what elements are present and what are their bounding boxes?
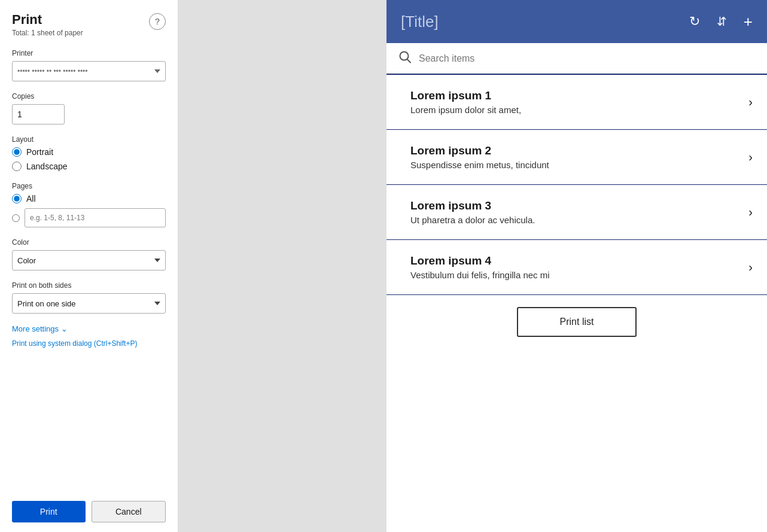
system-dialog-link[interactable]: Print using system dialog (Ctrl+Shift+P) [12, 339, 166, 348]
layout-radio-group: Portrait Landscape [12, 147, 166, 171]
list-item-text: Lorem ipsum 2 Suspendisse enim metus, ti… [410, 144, 748, 170]
print-button[interactable]: Print [12, 501, 86, 522]
print-list-button-container: Print list [386, 295, 767, 349]
pages-custom-radio[interactable] [12, 214, 20, 222]
layout-landscape-option[interactable]: Landscape [12, 162, 166, 171]
layout-landscape-label: Landscape [26, 162, 68, 171]
list-item-subtitle: Suspendisse enim metus, tincidunt [410, 160, 748, 170]
pages-all-radio[interactable] [12, 194, 22, 203]
print-footer: Print Cancel [12, 491, 166, 532]
list-item-title: Lorem ipsum 3 [410, 199, 748, 212]
print-subtitle: Total: 1 sheet of paper [12, 29, 83, 37]
list-item-title: Lorem ipsum 4 [410, 254, 748, 267]
pages-custom-input[interactable] [25, 208, 166, 227]
add-icon[interactable]: + [744, 14, 753, 29]
layout-section: Layout Portrait Landscape [12, 135, 166, 171]
list-item-text: Lorem ipsum 3 Ut pharetra a dolor ac veh… [410, 199, 748, 225]
chevron-down-icon: ⌄ [61, 324, 68, 333]
print-panel: Print Total: 1 sheet of paper ? Printer … [0, 0, 178, 532]
list-item-title: Lorem ipsum 1 [410, 89, 748, 102]
more-settings-label: More settings [12, 324, 59, 333]
print-sides-section: Print on both sides Print on one side Pr… [12, 281, 166, 314]
print-list-button[interactable]: Print list [517, 307, 637, 337]
list-item-subtitle: Vestibulum dui felis, fringilla nec mi [410, 270, 748, 280]
chevron-right-icon: › [748, 95, 753, 109]
printer-select[interactable]: ••••• ••••• •• ••• ••••• •••• [12, 61, 166, 81]
more-settings-link[interactable]: More settings ⌄ [12, 324, 166, 333]
list-item-title: Lorem ipsum 2 [410, 144, 748, 157]
copies-input[interactable] [12, 104, 65, 124]
print-title-block: Print Total: 1 sheet of paper [12, 12, 83, 37]
help-button[interactable]: ? [149, 13, 166, 30]
pages-section: Pages All [12, 182, 166, 227]
layout-portrait-radio[interactable] [12, 147, 22, 157]
list-item[interactable]: Lorem ipsum 1 Lorem ipsum dolor sit amet… [386, 75, 767, 130]
pages-all-option[interactable]: All [12, 194, 166, 203]
svg-line-1 [407, 59, 410, 62]
color-select[interactable]: Color Black and white [12, 250, 166, 270]
chevron-right-icon: › [748, 205, 753, 219]
list-item-subtitle: Ut pharetra a dolor ac vehicula. [410, 215, 748, 225]
search-input[interactable] [419, 53, 755, 64]
search-bar [386, 43, 767, 75]
pages-radio-group: All [12, 194, 166, 227]
list-item[interactable]: Lorem ipsum 2 Suspendisse enim metus, ti… [386, 130, 767, 185]
layout-portrait-label: Portrait [26, 147, 53, 157]
pages-custom-row [12, 208, 166, 227]
list-item-subtitle: Lorem ipsum dolor sit amet, [410, 105, 748, 115]
print-sides-label: Print on both sides [12, 281, 166, 290]
copies-section: Copies [12, 92, 166, 124]
color-label: Color [12, 238, 166, 247]
list-item[interactable]: Lorem ipsum 3 Ut pharetra a dolor ac veh… [386, 185, 767, 240]
layout-landscape-radio[interactable] [12, 162, 22, 171]
list-item[interactable]: Lorem ipsum 4 Vestibulum dui felis, frin… [386, 240, 767, 295]
copies-label: Copies [12, 92, 166, 101]
search-icon [398, 50, 412, 66]
list-item-text: Lorem ipsum 1 Lorem ipsum dolor sit amet… [410, 89, 748, 115]
header-icons: ↻ ⇵ + [689, 14, 753, 29]
print-header: Print Total: 1 sheet of paper ? [12, 12, 166, 37]
chevron-right-icon: › [748, 150, 753, 164]
system-dialog-label: Print using system dialog (Ctrl+Shift+P) [12, 339, 137, 348]
print-sides-select[interactable]: Print on one side Print on both sides - … [12, 293, 166, 314]
color-section: Color Color Black and white [12, 238, 166, 270]
pages-all-label: All [26, 194, 36, 203]
content-panel: [Title] ↻ ⇵ + Lorem ipsum 1 Lorem ipsum … [386, 0, 767, 532]
chevron-right-icon: › [748, 260, 753, 274]
layout-label: Layout [12, 135, 166, 144]
refresh-icon[interactable]: ↻ [689, 15, 700, 28]
printer-section: Printer ••••• ••••• •• ••• ••••• •••• [12, 49, 166, 81]
preview-area [178, 0, 386, 532]
pages-label: Pages [12, 182, 166, 190]
content-header: [Title] ↻ ⇵ + [386, 0, 767, 43]
content-title: [Title] [401, 13, 439, 31]
layout-portrait-option[interactable]: Portrait [12, 147, 166, 157]
list-container: Lorem ipsum 1 Lorem ipsum dolor sit amet… [386, 75, 767, 532]
cancel-button[interactable]: Cancel [92, 501, 166, 522]
sort-icon[interactable]: ⇵ [717, 16, 727, 28]
print-title: Print [12, 12, 83, 28]
printer-label: Printer [12, 49, 166, 57]
list-item-text: Lorem ipsum 4 Vestibulum dui felis, frin… [410, 254, 748, 280]
